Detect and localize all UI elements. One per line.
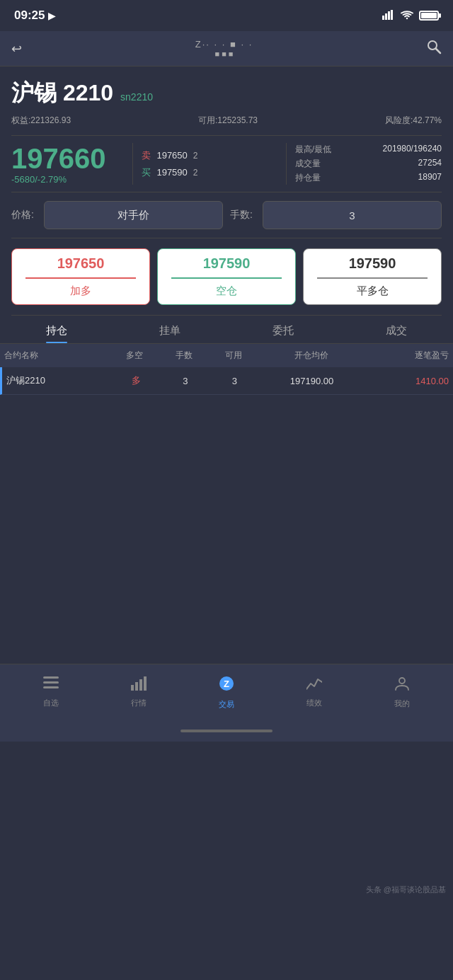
position-profit: 1410.00 [365,376,449,386]
position-avg-price: 197190.00 [259,376,365,386]
nav-trade-label: 交易 [219,699,234,710]
svg-rect-9 [131,685,134,691]
position-name: 沪锡2210 [6,374,112,387]
svg-rect-1 [385,13,387,20]
stock-name: 沪锡 2210 [11,78,113,109]
tabs-section: 持仓 挂单 委托 成交 合约名称 多空 手数 可用 开仓均价 逐笔盈亏 沪锡22… [0,316,453,664]
buy-label: 买 [142,166,151,179]
sell-label: 卖 [142,149,151,162]
header-account: ■ ■ ■ [214,50,233,58]
position-row[interactable]: 沪锡2210 多 3 3 197190.00 1410.00 [0,367,453,395]
svg-rect-3 [391,10,393,20]
header-username: Z·· · · ■ · · [195,39,253,50]
action-buttons: 197650 加多 197590 空仓 197590 平多仓 [11,238,442,316]
stock-title-row: 沪锡 2210 sn2210 [11,78,442,109]
col-name: 合约名称 [4,350,110,362]
col-avg-price: 开仓均价 [258,350,365,362]
market-icon [131,676,147,695]
price-label: 价格: [11,209,37,221]
col-direction: 多空 [110,350,160,362]
watchlist-icon [43,676,59,695]
price-stats: 最高/最低 201980/196240 成交量 27254 持仓量 18907 [287,143,442,185]
buy-price: 197590 [156,167,187,178]
back-button[interactable]: ↩ [11,41,22,57]
tab-entrust[interactable]: 委托 [226,316,340,343]
sell-vol: 2 [193,151,198,161]
time-display: 09:25 [14,8,45,23]
sell-price-display: 197590 [203,255,251,272]
performance-icon [306,676,322,695]
close-long-button[interactable]: 197590 平多仓 [303,248,442,305]
svg-point-15 [399,678,405,684]
close-divider [317,277,427,279]
tab-trade[interactable]: 成交 [340,316,453,343]
tabs-row: 持仓 挂单 委托 成交 [0,316,453,344]
sell-divider [171,277,281,279]
price-bid-ask: 卖 197650 2 买 197590 2 [132,143,286,185]
battery-icon [419,11,439,21]
tab-holding[interactable]: 持仓 [0,316,113,343]
nav-profile-label: 我的 [394,698,410,709]
col-hands: 手数 [159,350,209,362]
available-info: 可用:125235.73 [198,115,258,127]
wifi-icon [401,10,413,22]
search-icon[interactable] [426,39,442,59]
price-main: 197660 -5680/-2.79% [11,143,132,185]
nav-performance[interactable]: 绩效 [270,676,358,708]
col-available: 可用 [209,350,258,362]
volume-row: 成交量 27254 [295,158,442,170]
account-info: 权益:221326.93 可用:125235.73 风险度:42.77% [11,115,442,127]
position-hands: 3 [161,376,210,386]
order-section: 价格: 对手价 手数: 3 [11,192,442,238]
nav-trade[interactable]: Z 交易 [183,675,270,710]
status-icons [382,10,439,22]
buy-long-button[interactable]: 197650 加多 [11,248,150,305]
close-label-text: 平多仓 [357,284,389,298]
nav-market[interactable]: 行情 [95,676,183,708]
high-low-row: 最高/最低 201980/196240 [295,144,442,156]
sell-price: 197650 [156,150,187,161]
col-profit: 逐笔盈亏 [364,350,449,362]
buy-divider [25,277,135,279]
equity-info: 权益:221326.93 [11,115,71,127]
status-time: 09:25 ▶ [14,8,55,23]
svg-rect-8 [43,686,59,688]
main-content: 沪锡 2210 sn2210 权益:221326.93 可用:125235.73… [0,67,453,316]
svg-rect-10 [135,682,138,691]
bottom-nav: 自选 行情 Z 交易 绩效 我的 [0,664,453,720]
header-title-area: Z·· · · ■ · · ■ ■ ■ [22,39,426,58]
buy-vol: 2 [193,168,198,178]
status-bar: 09:25 ▶ [0,0,453,31]
location-icon: ▶ [48,11,55,21]
price-section: 197660 -5680/-2.79% 卖 197650 2 买 197590 … [11,135,442,192]
quantity-label: 手数: [230,209,256,221]
price-input[interactable]: 对手价 [44,201,223,229]
svg-rect-2 [388,11,390,20]
svg-rect-6 [43,676,59,679]
nav-watchlist[interactable]: 自选 [7,676,95,708]
nav-performance-label: 绩效 [306,698,322,708]
close-price-display: 197590 [349,255,396,272]
sell-short-button[interactable]: 197590 空仓 [157,248,296,305]
sell-row: 卖 197650 2 [142,149,277,162]
home-indicator [0,720,453,742]
nav-watchlist-label: 自选 [43,698,59,708]
svg-rect-12 [144,676,147,691]
empty-area [0,395,453,664]
buy-row: 买 197590 2 [142,166,277,179]
current-price: 197660 [11,143,124,174]
quantity-input[interactable]: 3 [263,201,442,229]
open-interest-row: 持仓量 18907 [295,172,442,184]
tab-pending[interactable]: 挂单 [113,316,226,343]
profile-icon [394,676,410,696]
trade-icon: Z [218,675,235,696]
nav-profile[interactable]: 我的 [358,676,446,709]
table-header: 合约名称 多空 手数 可用 开仓均价 逐笔盈亏 [0,344,453,367]
svg-text:Z: Z [224,679,229,689]
watermark: 头条 @福哥谈论股品基 [366,884,446,895]
position-direction: 多 [112,374,161,387]
home-bar [180,730,273,732]
svg-line-5 [436,49,440,53]
buy-price-display: 197650 [57,255,105,272]
nav-market-label: 行情 [131,698,147,708]
